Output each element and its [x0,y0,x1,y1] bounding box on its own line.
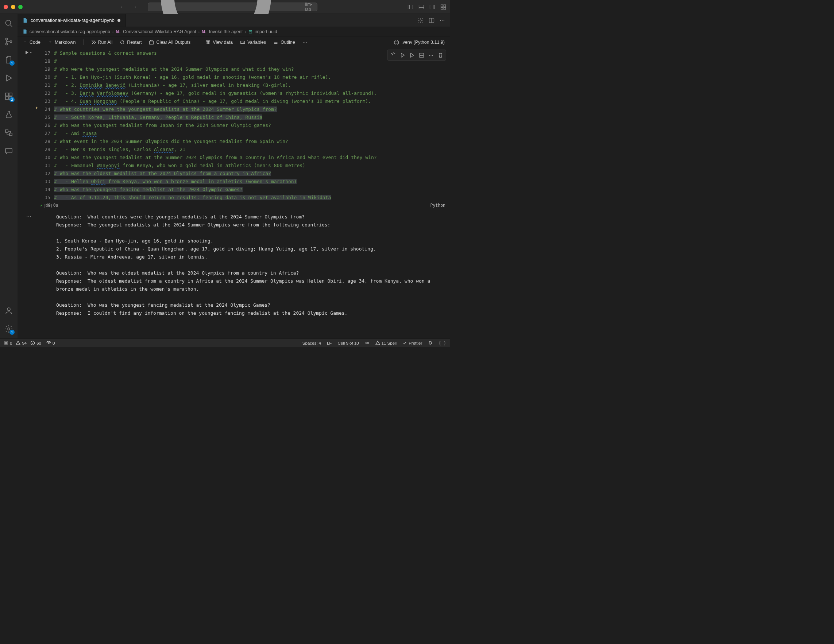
testing-tab[interactable] [4,110,14,119]
status-problems[interactable]: 0 94 60 [4,341,41,345]
settings-tab[interactable]: 1 [4,324,14,334]
status-indent[interactable]: Spaces: 4 [302,341,321,345]
forward-button[interactable]: → [132,4,137,10]
activity-bar: 1 2 1 [0,14,18,338]
tab-notebook[interactable]: conversational-wikidata-rag-agent.ipynb [18,14,126,27]
file-icon [23,29,27,34]
maximize-window[interactable] [18,5,23,9]
layout-sidebar-left-icon[interactable] [407,4,413,10]
modified-line-icon: ✦ [35,106,38,110]
variables-button[interactable]: Variables [240,40,266,45]
extensions-badge: 2 [10,97,15,102]
layout-customize-icon[interactable] [440,4,446,10]
svg-point-19 [7,308,10,311]
svg-rect-16 [5,130,8,132]
status-braces-icon[interactable]: { } [438,341,446,346]
svg-rect-26 [394,41,398,44]
editor-tabs: conversational-wikidata-rag-agent.ipynb … [18,14,450,27]
svg-point-9 [6,38,8,40]
svg-point-20 [8,328,10,330]
outline-button[interactable]: Outline [273,40,295,45]
chat-tab[interactable] [4,146,14,156]
layout-panel-icon[interactable] [419,4,424,10]
run-debug-tab[interactable] [4,73,14,83]
svg-rect-25 [241,41,245,44]
explorer-badge: 1 [10,61,15,66]
code-cell[interactable]: ⋯ 17181920212223242526272829303132333435… [18,48,450,324]
source-control-tab[interactable] [4,37,14,47]
notebook-toolbar: ＋Code ＋Markdown Run All Restart Clear Al… [18,37,450,48]
check-icon: ✓ [40,203,43,208]
search-label: llm-lab [305,2,317,12]
status-eol[interactable]: LF [327,341,331,345]
titlebar-layout-controls [407,4,446,10]
explorer-tab[interactable]: 1 [4,55,14,65]
markdown-icon: M↓ [202,29,207,34]
status-bell-icon[interactable] [428,341,433,345]
svg-rect-23 [150,41,154,44]
svg-point-21 [420,20,421,21]
markdown-icon: M↓ [116,29,121,34]
status-spell[interactable]: 11 Spell [375,341,397,345]
window-controls [4,5,23,9]
remote-tab[interactable] [4,128,14,138]
run-cell-button[interactable] [25,50,33,55]
more-actions-icon[interactable]: ⋯ [440,18,445,23]
breadcrumb-section2: Invoke the agent [209,29,242,34]
status-prettier[interactable]: Prettier [402,341,422,345]
svg-rect-12 [5,93,8,96]
tab-modified-dot-icon [118,19,120,22]
svg-point-11 [10,41,12,43]
breadcrumb-file: conversational-wikidata-rag-agent.ipynb [29,29,110,34]
split-editor-icon[interactable] [429,18,435,23]
add-code-button[interactable]: ＋Code [23,39,40,45]
svg-rect-14 [5,97,8,100]
jupyter-file-icon [23,18,28,23]
namespace-icon: ⊟ [249,29,252,34]
output-text: Question: What countries were the younge… [40,213,446,317]
execution-count: [88] [43,203,53,208]
kernel-picker[interactable]: .venv (Python 3.11.9) [394,39,445,45]
titlebar: ← → llm-lab [0,0,450,14]
svg-rect-13 [9,93,12,96]
extensions-tab[interactable]: 2 [4,91,14,102]
breadcrumb-section1: Conversational Wikidata RAG Agent [123,29,196,34]
svg-rect-17 [10,133,12,136]
output-more-icon[interactable]: ⋯ [26,214,31,220]
run-all-button[interactable]: Run All [91,40,113,45]
svg-rect-1 [408,5,413,9]
close-window[interactable] [4,5,8,9]
layout-sidebar-right-icon[interactable] [429,4,435,10]
svg-rect-3 [430,5,435,9]
svg-rect-7 [444,7,446,10]
cell-language[interactable]: Python [430,203,446,208]
status-cell-position[interactable]: Cell 9 of 10 [338,341,359,345]
command-center[interactable]: llm-lab [148,3,317,11]
settings-gear-icon[interactable] [418,18,423,23]
restart-button[interactable]: Restart [120,40,142,45]
status-ports[interactable]: 0 [46,341,55,345]
breadcrumb-leaf: import uuid [255,29,277,34]
clear-outputs-button[interactable]: Clear All Outputs [149,40,191,45]
cell-output: ⋯ Question: What countries were the youn… [18,209,450,324]
toolbar-more-icon[interactable]: ⋯ [302,39,307,45]
status-bar: 0 94 60 0 Spaces: 4 LF Cell 9 of 10 11 S… [0,338,450,347]
svg-rect-24 [206,40,210,44]
svg-point-32 [365,342,367,344]
cell-status-row: [88] ✓ 49.0s Python [18,202,450,209]
svg-rect-2 [419,5,424,9]
add-markdown-button[interactable]: ＋Markdown [48,39,76,45]
minimize-window[interactable] [11,5,15,9]
back-button[interactable]: ← [120,4,126,10]
nav-arrows: ← → [120,4,137,10]
status-copilot-icon[interactable] [365,341,370,345]
svg-point-10 [6,44,8,45]
tab-filename: conversational-wikidata-rag-agent.ipynb [31,18,115,23]
breadcrumb[interactable]: conversational-wikidata-rag-agent.ipynb … [18,27,450,37]
accounts-tab[interactable] [4,306,14,316]
search-tab[interactable] [4,18,14,29]
view-data-button[interactable]: View data [205,40,233,45]
line-numbers: 17181920212223242526272829303132333435 [40,48,54,202]
code-editor[interactable]: # Sample questions & correct answers## W… [54,48,450,202]
svg-point-33 [367,342,369,344]
